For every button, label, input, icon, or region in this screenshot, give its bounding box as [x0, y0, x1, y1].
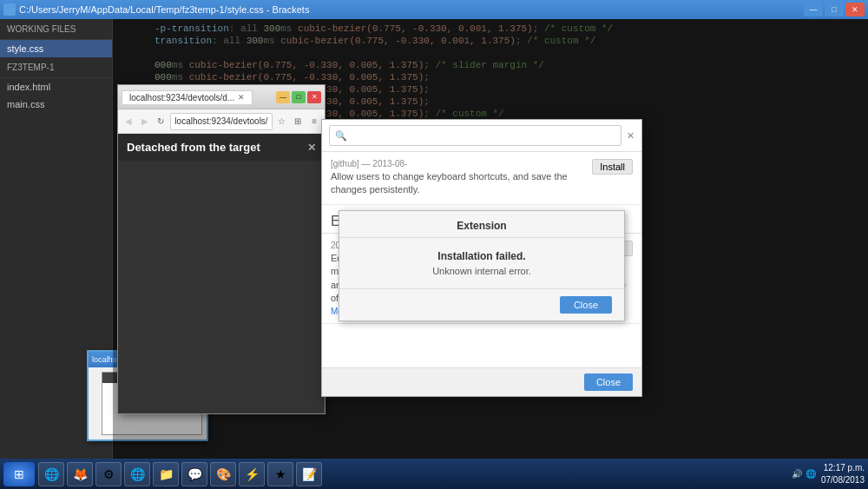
- maximize-button[interactable]: □: [825, 3, 844, 17]
- clock-date: 07/08/2013: [821, 474, 865, 486]
- browser-tab[interactable]: localhost:9234/devtools/d... ✕: [122, 90, 253, 104]
- sidebar-working-files-header: Working Files: [0, 19, 112, 40]
- sidebar-item-style-css[interactable]: style.css: [0, 40, 112, 57]
- taskbar-ai-icon[interactable]: ★: [267, 462, 293, 486]
- sidebar-item-index-html[interactable]: index.html: [0, 78, 112, 96]
- taskbar-folder-icon[interactable]: 📁: [153, 462, 179, 486]
- detached-text: Detached from the target: [127, 141, 260, 154]
- search-input[interactable]: [347, 130, 615, 141]
- search-icon: 🔍: [335, 130, 347, 142]
- window-title: C:/Users/JerryM/AppData/Local/Temp/fz3te…: [19, 4, 309, 15]
- taskbar-firefox-icon[interactable]: 🦊: [67, 462, 93, 486]
- volume-icon[interactable]: 🔊: [792, 469, 802, 479]
- menu-button[interactable]: ≡: [307, 114, 321, 129]
- ext-search-box[interactable]: 🔍: [329, 125, 621, 146]
- installation-failed-title: Installation failed.: [352, 250, 612, 262]
- taskbar-skype-icon[interactable]: 💬: [181, 462, 207, 486]
- installation-failed-msg: Unknown internal error.: [352, 266, 612, 276]
- ext-item-1: Install [github] — 2013-08- Allow users …: [322, 152, 641, 205]
- network-icon[interactable]: 🌐: [806, 469, 816, 479]
- browser-nav-bar: ◀ ▶ ↻ localhost:9234/devtools/ ☆ ⊞ ≡: [118, 109, 325, 134]
- taskbar-items: 🌐 🦊 ⚙ 🌐 📁 💬 🎨 ⚡ ★ 📝: [38, 462, 792, 486]
- detached-close-button[interactable]: ✕: [307, 142, 316, 154]
- address-bar[interactable]: localhost:9234/devtools/: [170, 113, 272, 130]
- browser-content: Detached from the target ✕: [118, 134, 325, 413]
- address-text: localhost:9234/devtools/: [174, 116, 267, 126]
- browser-min-btn[interactable]: —: [276, 91, 290, 103]
- reload-button[interactable]: ↻: [155, 114, 168, 129]
- sidebar-project-header: fz3temp-1: [0, 57, 112, 78]
- browser-window-controls[interactable]: — □ ✕: [276, 91, 321, 103]
- browser-tab-label: localhost:9234/devtools/d...: [129, 93, 234, 102]
- tray-icons: 🔊 🌐: [792, 469, 816, 479]
- star-button[interactable]: ☆: [275, 114, 289, 129]
- clock-time: 12:17 p.m.: [821, 462, 865, 474]
- install-dialog-body: Installation failed. Unknown internal er…: [339, 238, 624, 288]
- taskbar-chrome-icon[interactable]: ⚙: [95, 462, 122, 486]
- browser-tab-close-icon[interactable]: ✕: [238, 93, 245, 102]
- browser-max-btn[interactable]: □: [292, 91, 306, 103]
- browser-close-btn[interactable]: ✕: [307, 91, 321, 103]
- back-button[interactable]: ◀: [122, 114, 135, 129]
- sidebar-item-main-css[interactable]: main.css: [0, 96, 112, 113]
- taskbar-dreamweaver-icon[interactable]: 📝: [296, 462, 322, 486]
- taskbar-browser2-icon[interactable]: 🌐: [124, 462, 150, 486]
- detached-banner: Detached from the target ✕: [118, 134, 325, 161]
- taskbar-filezilla-icon[interactable]: ⚡: [239, 462, 265, 486]
- install-dialog-footer: Close: [339, 288, 624, 320]
- install-dialog: Extension Installation failed. Unknown i…: [339, 210, 625, 321]
- search-clear-button[interactable]: ✕: [627, 130, 635, 142]
- extensions-button[interactable]: ⊞: [291, 114, 305, 129]
- install-dialog-close-button[interactable]: Close: [560, 296, 612, 314]
- taskbar-photoshop-icon[interactable]: 🎨: [210, 462, 236, 486]
- window-controls[interactable]: — □ ✕: [804, 3, 865, 17]
- ext-item-1-meta: [github] — 2013-08-: [331, 159, 633, 169]
- ext-install-btn-1[interactable]: Install: [592, 159, 633, 175]
- ext-manager-header: 🔍 ✕: [322, 120, 641, 152]
- minimize-button[interactable]: —: [804, 3, 823, 17]
- editor-area: Working Files style.css fz3temp-1 index.…: [0, 19, 868, 489]
- ext-manager-footer: Close: [322, 367, 641, 396]
- ext-item-1-desc: Allow users to change keyboard shortcuts…: [331, 170, 633, 197]
- taskbar-ie-icon[interactable]: 🌐: [38, 462, 64, 486]
- start-button[interactable]: ⊞: [3, 462, 35, 486]
- title-bar-left: C:/Users/JerryM/AppData/Local/Temp/fz3te…: [3, 3, 309, 16]
- ext-close-button[interactable]: Close: [584, 373, 633, 391]
- install-dialog-section-title: Extension: [339, 211, 624, 238]
- taskbar-tray: 🔊 🌐 12:17 p.m. 07/08/2013: [792, 462, 865, 486]
- browser-title-bar: localhost:9234/devtools/d... ✕ — □ ✕: [118, 85, 325, 109]
- app-icon: [3, 3, 16, 16]
- taskbar-clock: 12:17 p.m. 07/08/2013: [821, 462, 865, 486]
- browser-window: localhost:9234/devtools/d... ✕ — □ ✕ ◀ ▶…: [117, 84, 326, 414]
- taskbar: ⊞ 🌐 🦊 ⚙ 🌐 📁 💬 🎨 ⚡ ★ 📝 🔊 🌐 12:17 p.m. 07/…: [0, 459, 868, 489]
- close-button[interactable]: ✕: [845, 3, 865, 17]
- windows-title-bar: C:/Users/JerryM/AppData/Local/Temp/fz3te…: [0, 0, 868, 19]
- forward-button[interactable]: ▶: [138, 114, 152, 129]
